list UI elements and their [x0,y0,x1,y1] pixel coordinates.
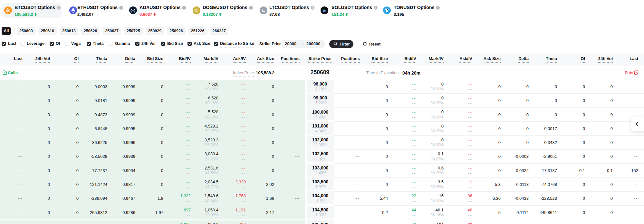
svg-text:Ł: Ł [262,7,265,13]
